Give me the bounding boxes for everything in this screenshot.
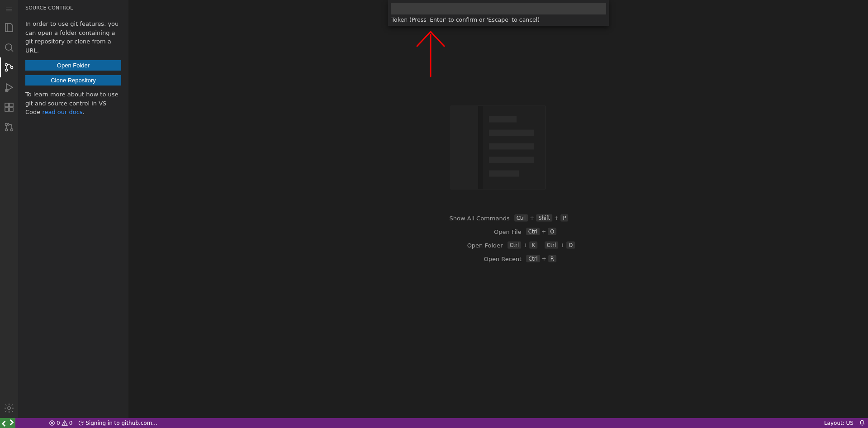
status-signing-in[interactable]: Signing in to github.com...	[75, 418, 160, 428]
keycap: P	[560, 214, 568, 222]
explorer-icon[interactable]	[0, 18, 18, 38]
clone-repository-button[interactable]: Clone Repository	[25, 75, 121, 86]
shortcut-row: Open FileCtrl+O	[440, 228, 557, 235]
svg-rect-11	[9, 103, 13, 107]
shortcut-label: Open File	[440, 228, 522, 235]
extensions-icon[interactable]	[0, 97, 18, 117]
annotation-arrow-icon	[413, 29, 449, 79]
status-bar: 0 0 Signing in to github.com... Layout: …	[0, 418, 868, 428]
token-input[interactable]	[391, 3, 606, 14]
watermark-file-icon	[451, 105, 545, 189]
shortcut-row: Open FolderCtrl+KCtrl+O	[422, 241, 575, 249]
svg-rect-13	[9, 108, 13, 111]
svg-point-14	[5, 124, 8, 126]
layout-label: Layout: US	[824, 420, 854, 426]
search-icon[interactable]	[0, 38, 18, 57]
shortcut-row: Open RecentCtrl+R	[440, 255, 556, 262]
signing-in-label: Signing in to github.com...	[85, 420, 157, 426]
remote-button[interactable]	[0, 418, 15, 428]
shortcut-keys: Ctrl+O	[526, 228, 557, 235]
keycap: K	[529, 241, 537, 249]
editor-watermark: Show All CommandsCtrl+Shift+POpen FileCt…	[422, 105, 575, 262]
activity-bar	[0, 0, 18, 418]
error-count: 0	[57, 420, 60, 426]
keycap: Ctrl	[526, 255, 540, 262]
quick-input-widget: Token (Press 'Enter' to confirm or 'Esca…	[388, 0, 609, 26]
svg-point-6	[5, 69, 8, 71]
svg-point-3	[5, 44, 12, 50]
svg-point-16	[11, 129, 13, 131]
sidebar-title: SOURCE CONTROL	[18, 0, 128, 16]
open-folder-button[interactable]: Open Folder	[25, 60, 121, 71]
watermark-shortcuts: Show All CommandsCtrl+Shift+POpen FileCt…	[422, 214, 575, 262]
run-debug-icon[interactable]	[0, 77, 18, 97]
app-menu-button[interactable]	[0, 2, 18, 18]
svg-line-4	[11, 49, 13, 52]
svg-rect-10	[5, 103, 9, 107]
warning-count: 0	[69, 420, 73, 426]
read-docs-link[interactable]: read our docs	[42, 109, 82, 115]
sidebar-learn-text: To learn more about how to use git and s…	[25, 90, 121, 117]
status-notifications-icon[interactable]	[856, 418, 868, 428]
keycap: Ctrl	[526, 228, 540, 235]
svg-point-7	[11, 67, 13, 69]
keycap: R	[548, 255, 556, 262]
svg-point-23	[64, 424, 65, 425]
svg-rect-12	[5, 108, 9, 111]
shortcut-keys: Ctrl+R	[526, 255, 556, 262]
keycap: O	[566, 241, 575, 249]
quick-input-hint: Token (Press 'Enter' to confirm or 'Esca…	[391, 14, 606, 23]
shortcut-row: Show All CommandsCtrl+Shift+P	[428, 214, 569, 222]
keycap: O	[548, 228, 556, 235]
shortcut-label: Show All Commands	[428, 214, 510, 221]
keycap: Shift	[536, 214, 552, 222]
shortcut-label: Open Recent	[440, 255, 522, 262]
svg-point-15	[5, 129, 8, 131]
svg-marker-8	[6, 84, 13, 91]
source-control-sidebar: SOURCE CONTROL In order to use git featu…	[18, 0, 128, 418]
editor-area: Token (Press 'Enter' to confirm or 'Esca…	[128, 0, 868, 418]
keycap: Ctrl	[545, 241, 558, 249]
shortcut-keys: Ctrl+Shift+P	[514, 214, 569, 222]
svg-point-17	[8, 407, 10, 409]
status-layout[interactable]: Layout: US	[821, 418, 856, 428]
github-pr-icon[interactable]	[0, 117, 18, 137]
keycap: Ctrl	[514, 214, 528, 222]
status-problems[interactable]: 0 0	[46, 418, 75, 428]
svg-point-5	[5, 64, 8, 66]
shortcut-label: Open Folder	[422, 242, 503, 248]
keycap: Ctrl	[508, 241, 521, 249]
sidebar-intro-text: In order to use git features, you can op…	[25, 19, 121, 55]
shortcut-keys: Ctrl+KCtrl+O	[508, 241, 575, 249]
source-control-icon[interactable]	[0, 57, 18, 77]
